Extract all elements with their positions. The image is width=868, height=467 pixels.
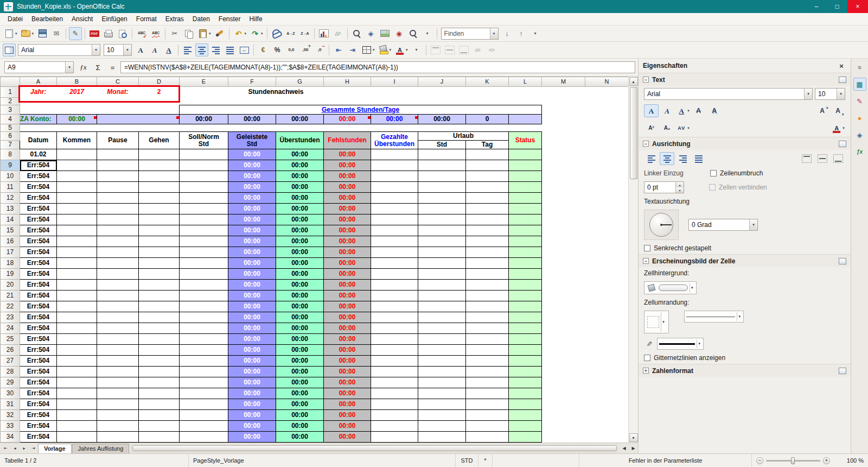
menu-hilfe[interactable]: Hilfe (245, 14, 267, 24)
copy-button[interactable] (182, 27, 195, 40)
grid-cell[interactable] (324, 87, 629, 98)
sidebar-shadow-button[interactable]: A (707, 104, 722, 117)
standard-format-button[interactable]: 0,0 (285, 43, 298, 56)
grid-cell[interactable] (371, 247, 418, 258)
grid-cell[interactable] (418, 291, 466, 301)
percent-format-button[interactable]: % (271, 43, 284, 56)
grid-cell[interactable] (97, 225, 139, 236)
grid-cell[interactable] (418, 182, 466, 193)
menu-daten[interactable]: Daten (188, 14, 214, 24)
sidebar-bold-button[interactable]: A (644, 104, 659, 117)
borders-button[interactable]: ▾ (360, 43, 376, 56)
print-button[interactable] (102, 27, 115, 40)
header-gezahlte-ueberstunden[interactable]: Gezahlte Überstunden (371, 132, 418, 149)
grid-cell[interactable] (542, 356, 629, 367)
grid-cell[interactable] (509, 149, 542, 160)
cell-monat-value[interactable]: 2 (139, 87, 180, 98)
grid-cell[interactable]: 00:00 (276, 171, 324, 182)
grid-cell[interactable] (418, 149, 466, 160)
header-urlaub-tag[interactable]: Tag (466, 141, 509, 149)
grid-cell[interactable] (542, 334, 629, 345)
grid-cell[interactable] (57, 377, 97, 388)
grid-cell[interactable] (371, 269, 418, 280)
grid-cell[interactable] (418, 301, 466, 312)
grid-cell[interactable] (509, 204, 542, 214)
paste-button[interactable]: ▾ (196, 27, 212, 40)
sidebar-italic-button[interactable]: A (660, 104, 674, 117)
grid-cell[interactable]: Err:504 (20, 345, 57, 356)
grid-cell[interactable]: 00:00 (324, 301, 371, 312)
row-header-11[interactable]: 11 (1, 182, 20, 193)
data-sources-button[interactable]: ◉ (393, 27, 406, 40)
dropdown-arrow-icon[interactable]: ▾ (697, 339, 701, 348)
grid-cell[interactable] (418, 377, 466, 388)
grid-cell[interactable]: 00:00 (276, 388, 324, 399)
grid-cell[interactable] (57, 269, 97, 280)
grid-cell[interactable]: 00:00 (228, 356, 276, 367)
grid-cell[interactable] (139, 323, 180, 334)
dropdown-arrow-icon[interactable]: ▾ (390, 48, 392, 52)
grid-cell[interactable] (97, 258, 139, 269)
grid-cell[interactable] (57, 280, 97, 291)
grid-cell[interactable] (57, 421, 97, 432)
grid-cell[interactable]: 00:00 (324, 269, 371, 280)
row-header-31[interactable]: 31 (1, 399, 20, 410)
sidebar-align-center-button[interactable] (660, 152, 674, 165)
grid-cell[interactable] (466, 377, 509, 388)
grid-cell[interactable] (97, 301, 139, 312)
grid-cell[interactable] (139, 214, 180, 225)
grid-cell[interactable]: Err:504 (20, 388, 57, 399)
grid-cell[interactable]: 00:00 (324, 388, 371, 399)
grid-cell[interactable] (20, 105, 180, 115)
row-header-14[interactable]: 14 (1, 214, 20, 225)
grid-cell[interactable] (509, 367, 542, 377)
underline-button[interactable]: A (162, 43, 175, 56)
column-header-l[interactable]: L (509, 77, 542, 87)
subscript-button[interactable]: A₂ (660, 122, 674, 135)
grid-cell[interactable]: 00:00 (228, 312, 276, 323)
grid-cell[interactable]: 00:00 (228, 421, 276, 432)
grid-cell[interactable] (57, 399, 97, 410)
column-header-j[interactable]: J (418, 77, 466, 87)
grid-cell[interactable] (97, 399, 139, 410)
grid-cell[interactable] (20, 98, 629, 105)
grid-cell[interactable]: Err:504 (20, 204, 57, 214)
grid-cell[interactable]: Err:504 (20, 291, 57, 301)
grid-cell[interactable]: 00:00 (276, 367, 324, 377)
grid-cell[interactable] (418, 225, 466, 236)
row-header-34[interactable]: 34 (1, 432, 20, 443)
grid-cell[interactable] (139, 247, 180, 258)
grid-cell[interactable] (180, 356, 228, 367)
grid-cell[interactable]: 00:00 (228, 291, 276, 301)
grid-cell[interactable] (418, 388, 466, 399)
column-header-h[interactable]: H (324, 77, 371, 87)
grid-cell[interactable] (97, 214, 139, 225)
cell-summary-j[interactable]: 00:00 (418, 115, 466, 124)
grid-cell[interactable] (180, 399, 228, 410)
grid-cell[interactable] (542, 280, 629, 291)
grid-cell[interactable] (57, 356, 97, 367)
close-button[interactable]: × (847, 0, 868, 13)
page-preview-button[interactable] (116, 27, 129, 40)
dropdown-arrow-icon[interactable]: ▾ (843, 126, 845, 130)
grid-cell[interactable] (509, 334, 542, 345)
grid-cell[interactable] (57, 236, 97, 247)
more-options-icon[interactable] (839, 258, 846, 264)
document-as-email-button[interactable]: ✉ (50, 27, 63, 40)
dropdown-arrow-icon[interactable]: ▾ (32, 31, 34, 36)
grid-cell[interactable] (466, 236, 509, 247)
grid-cell[interactable]: 01.02 (20, 149, 57, 160)
grid-cell[interactable] (97, 193, 139, 204)
grid-cell[interactable] (466, 280, 509, 291)
grid-cell[interactable] (466, 291, 509, 301)
grid-cell[interactable] (371, 182, 418, 193)
row-header-27[interactable]: 27 (1, 356, 20, 367)
grid-cell[interactable] (57, 214, 97, 225)
dropdown-arrow-icon[interactable]: ▾ (661, 312, 666, 332)
grid-cell[interactable] (97, 269, 139, 280)
grid-cell[interactable]: Err:504 (20, 356, 57, 367)
more-options-icon[interactable] (839, 141, 846, 147)
grid-cell[interactable] (509, 399, 542, 410)
grid-cell[interactable]: 00:00 (228, 269, 276, 280)
text-orientation-dial[interactable] (644, 210, 679, 240)
